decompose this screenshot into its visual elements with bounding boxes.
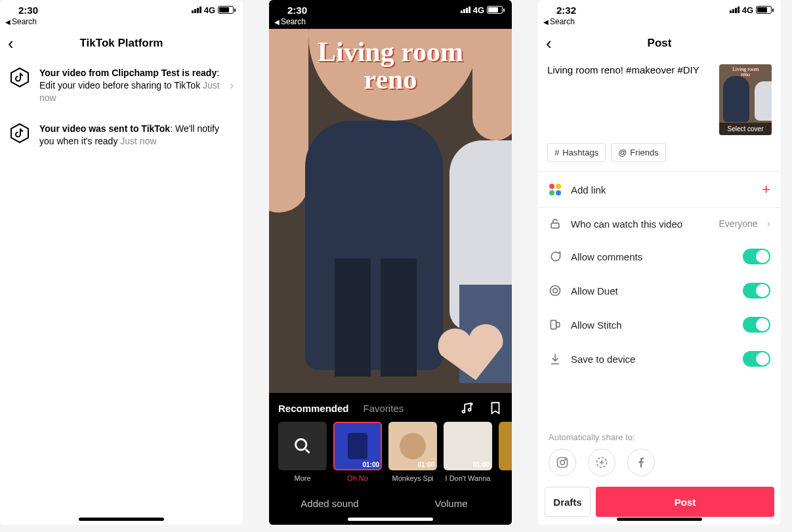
overlay-line2: reno [364,64,417,94]
comment-icon [549,250,562,263]
svg-rect-8 [551,320,556,329]
add-link-row[interactable]: Add link + [538,172,781,207]
save-device-row: Save to device [538,342,781,376]
status-time: 2:30 [287,5,307,16]
chip-row: #Hashtags @Friends [538,143,781,171]
select-cover-label: Select cover [719,123,772,135]
privacy-row[interactable]: Who can watch this video Everyone › [538,208,781,239]
toggle-duet[interactable] [743,283,770,298]
svg-point-7 [553,289,558,293]
sound-duration: 01:00 [417,461,434,468]
notification-text: Your video from Clipchamp Test is ready:… [39,67,234,104]
status-right: 4G [461,5,503,15]
toggle-stitch[interactable] [743,317,770,333]
back-triangle-icon: ◀ [5,18,10,26]
hash-icon: # [554,148,559,157]
friends-chip[interactable]: @Friends [611,143,666,162]
caption-input[interactable] [547,64,713,121]
battery-icon [218,6,234,14]
sound-label: Monkeys Spi [388,474,437,482]
notification-item[interactable]: Your video from Clipchamp Test is ready:… [0,58,243,113]
overlay-line1: Living room [318,37,463,67]
status-bar: 2:30 4G [0,0,243,17]
back-button[interactable]: ‹ [546,35,552,52]
sound-label: Oh No [333,474,382,482]
notification-bold: Your video from Clipchamp Test is ready [39,68,217,78]
tab-recommended[interactable]: Recommended [278,403,349,414]
sound-item[interactable]: 01:00 Oh No [333,422,382,482]
sound-item[interactable]: 01:00 Monkeys Spi [388,422,437,482]
volume-button[interactable]: Volume [390,498,512,509]
stitch-icon [549,318,562,331]
post-button[interactable]: Post [596,487,774,517]
page-title: Post [648,37,672,50]
sound-list[interactable]: More 01:00 Oh No 01:00 Monkeys Spi 01:00… [269,422,512,487]
signal-icon [192,7,201,13]
facebook-icon [635,456,648,469]
share-instagram[interactable] [549,449,576,476]
cover-select[interactable]: Living roomreno Select cover [719,64,772,135]
bookmark-icon[interactable] [488,401,503,415]
added-sound-button[interactable]: Added sound [269,498,390,509]
phone-notifications: 2:30 4G ◀ Search ‹ TikTok Platform Your … [0,0,243,525]
plus-icon: + [762,181,770,198]
home-indicator [79,518,164,521]
chevron-right-icon: › [767,218,770,230]
setting-label: Add link [571,184,753,195]
tab-favorites[interactable]: Favorites [364,403,404,414]
toggle-comments[interactable] [743,249,770,264]
home-indicator [617,518,702,521]
allow-comments-row: Allow comments [538,239,781,274]
sound-more[interactable]: More [278,422,327,482]
cover-person [723,76,749,122]
phone-video-editor: 2:30 4G ◀ Search Living room reno Recomm… [269,0,512,525]
share-facebook[interactable] [627,449,655,476]
back-button[interactable]: ‹ [8,35,14,52]
drafts-button[interactable]: Drafts [545,487,591,517]
home-indicator [348,518,433,521]
svg-point-6 [551,286,560,296]
toggle-save[interactable] [743,351,770,367]
search-icon [293,437,312,455]
post-body: Living roomreno Select cover #Hashtags @… [538,58,781,525]
sound-label: Wea [499,474,512,482]
tiktok-hex-icon [9,67,30,88]
chevron-right-icon: › [230,79,234,92]
back-triangle-icon: ◀ [543,18,549,26]
video-preview[interactable]: Living room reno [269,29,512,393]
status-right: 4G [730,5,772,15]
breadcrumb-back-search[interactable]: ◀ Search [0,17,243,29]
notification-time: Just now [120,136,156,146]
notification-bold: Your video was sent to TikTok [39,123,170,134]
status-right: 4G [192,5,234,15]
caption-row: Living roomreno Select cover [538,58,781,143]
cover-mini-title: Living roomreno [719,67,772,77]
sound-item[interactable]: 01:00 Wea [499,422,512,482]
hashtags-chip[interactable]: #Hashtags [547,143,606,162]
download-icon [549,352,562,365]
breadcrumb-back-search[interactable]: ◀ Search [538,17,781,29]
breadcrumb-back-search[interactable]: ◀ Search [269,17,512,29]
back-search-label: Search [12,17,37,26]
person-leg [335,258,371,377]
notification-item[interactable]: Your video was sent to TikTok: We'll not… [0,113,243,157]
at-icon: @ [618,148,627,157]
network-label: 4G [473,5,484,15]
share-stories[interactable] [588,449,615,476]
allow-stitch-row: Allow Stitch [538,308,781,342]
setting-label: Allow Duet [571,285,734,297]
sound-tabs: Recommended Favorites [269,393,512,422]
svg-point-4 [296,440,306,450]
instagram-icon [556,456,569,469]
duet-icon [549,284,562,297]
sound-item[interactable]: 01:00 I Don't Wanna [444,422,492,482]
allow-duet-row: Allow Duet [538,274,781,308]
status-bar: 2:32 4G [538,0,781,17]
signal-icon [461,7,470,13]
svg-rect-9 [556,323,560,327]
music-cut-icon[interactable] [459,401,474,415]
back-triangle-icon: ◀ [274,18,280,26]
chip-label: Friends [630,148,658,157]
person-silhouette [305,121,443,370]
status-time: 2:32 [556,5,576,16]
